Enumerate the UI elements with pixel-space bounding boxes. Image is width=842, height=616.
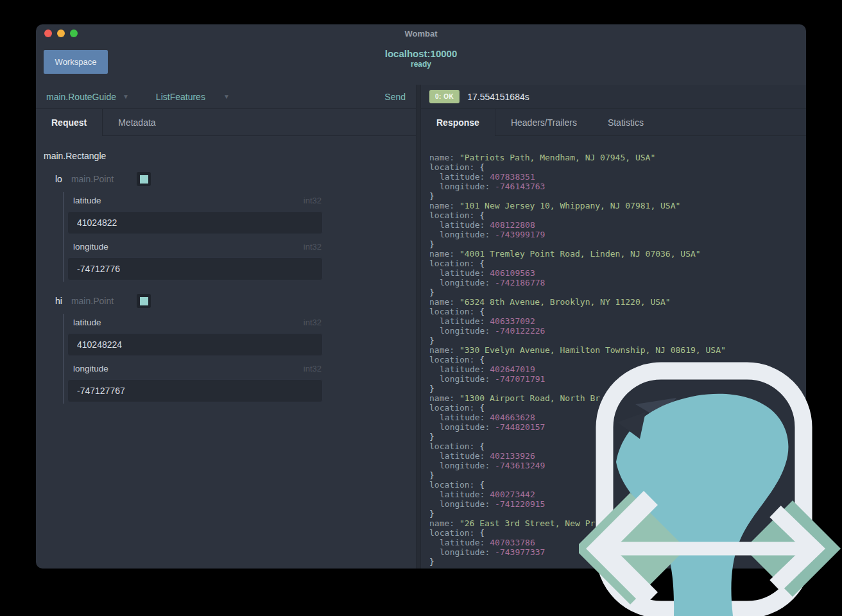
response-line: location: { [429, 441, 806, 451]
response-line: name: "1300 Airport Road, North Br [429, 393, 806, 403]
response-line: longitude: -740122226 [429, 326, 806, 336]
request-actionbar: main.RouteGuide ▼ ListFeatures ▼ Send [36, 85, 416, 109]
response-line: location: { [429, 355, 806, 364]
response-line: longitude: -741220915 [429, 499, 806, 509]
response-line: longitude: -743977337 [429, 547, 806, 557]
service-selector-label: main.RouteGuide [46, 92, 116, 102]
latitude-input[interactable] [67, 211, 323, 234]
response-line: } [429, 384, 806, 393]
duration-label: 17.554151684s [467, 92, 529, 102]
field-head: lo main.Point [55, 172, 416, 186]
response-line: location: { [429, 307, 806, 316]
tab-metadata[interactable]: Metadata [103, 109, 171, 135]
chevron-down-icon: ▼ [223, 93, 230, 100]
response-line: location: { [429, 259, 806, 268]
service-selector[interactable]: main.RouteGuide ▼ [46, 92, 129, 102]
response-line: longitude: -746143763 [429, 182, 806, 191]
response-line: location: { [429, 210, 806, 220]
method-selector-label: ListFeatures [156, 92, 205, 102]
field-enable-checkbox[interactable] [137, 294, 151, 308]
response-line: longitude: -744820157 [429, 422, 806, 432]
field-label-row: longitude int32 [67, 242, 323, 252]
nested-fields: latitude int32 longitude int32 [63, 314, 416, 404]
response-line: name: "Patriots Path, Mendham, NJ 07945,… [429, 153, 806, 162]
server-address: localhost:10000 [36, 48, 806, 59]
field-label-row: latitude int32 [67, 196, 323, 205]
field-type: main.Point [71, 174, 114, 184]
field-head: hi main.Point [55, 294, 416, 308]
message-type-label: main.Rectangle [44, 151, 416, 161]
field-block-hi: hi main.Point latitude int32 longitude i… [44, 294, 416, 404]
titlebar: Wombat [36, 24, 806, 42]
field-type: main.Point [71, 296, 114, 306]
response-line: latitude: 407838351 [429, 172, 806, 182]
response-line: name: "101 New Jersey 10, Whippany, NJ 0… [429, 201, 806, 210]
response-line: latitude: 408122808 [429, 220, 806, 230]
field-label: longitude [73, 242, 108, 252]
panel-divider[interactable] [416, 85, 421, 569]
response-line: } [429, 336, 806, 345]
connection-state: ready [36, 60, 806, 69]
status-badge: 0: OK [429, 90, 460, 103]
checkbox-check-icon [140, 175, 148, 184]
response-statusbar: 0: OK 17.554151684s [421, 85, 806, 109]
response-line: name: "4001 Tremley Point Road, Linden, … [429, 249, 806, 259]
field-type-hint: int32 [304, 242, 322, 252]
response-line: location: { [429, 528, 806, 538]
response-line: latitude: 402133926 [429, 451, 806, 461]
request-form: main.Rectangle lo main.Point latitude in… [36, 136, 416, 569]
field-block-lo: lo main.Point latitude int32 longitude i… [44, 172, 416, 282]
tab-response[interactable]: Response [421, 109, 495, 136]
checkbox-check-icon [140, 297, 148, 305]
field-name: hi [55, 296, 62, 306]
response-line: } [429, 509, 806, 518]
tab-request[interactable]: Request [36, 109, 103, 136]
response-line: latitude: 407033786 [429, 538, 806, 547]
field-label: latitude [73, 318, 101, 327]
tab-statistics[interactable]: Statistics [592, 109, 659, 135]
response-line: latitude: 404663628 [429, 413, 806, 422]
response-line: name: "26 East 3rd Street, New Pr [429, 518, 806, 528]
app-window: Wombat Workspace localhost:10000 ready m… [36, 24, 806, 569]
latitude-input[interactable] [67, 333, 323, 356]
response-line: location: { [429, 403, 806, 413]
window-title: Wombat [36, 24, 806, 42]
response-line: name: "6324 8th Avenue, Brooklyn, NY 112… [429, 297, 806, 307]
longitude-input[interactable] [67, 257, 323, 280]
field-label: longitude [73, 364, 108, 373]
response-line: longitude: -743613249 [429, 461, 806, 470]
field-name: lo [55, 174, 62, 184]
response-line: } [429, 239, 806, 249]
longitude-input[interactable] [67, 379, 323, 402]
connection-status: localhost:10000 ready [36, 48, 806, 69]
response-line: } [429, 191, 806, 201]
header: Workspace localhost:10000 ready [36, 42, 806, 85]
response-line: latitude: 400273442 [429, 490, 806, 499]
field-type-hint: int32 [304, 364, 322, 373]
response-line: longitude: -742186778 [429, 278, 806, 287]
request-panel: main.RouteGuide ▼ ListFeatures ▼ Send Re… [36, 85, 416, 569]
response-line: } [429, 432, 806, 441]
response-line: } [429, 557, 806, 567]
send-button[interactable]: Send [384, 92, 406, 102]
response-line: longitude: -747071791 [429, 374, 806, 384]
response-line: location: { [429, 480, 806, 490]
response-line: latitude: 402647019 [429, 364, 806, 374]
method-selector[interactable]: ListFeatures ▼ [156, 92, 230, 102]
chevron-down-icon: ▼ [123, 93, 129, 100]
response-line: } [429, 470, 806, 480]
main-split: main.RouteGuide ▼ ListFeatures ▼ Send Re… [36, 85, 806, 569]
response-line: latitude: 406337092 [429, 316, 806, 326]
field-label-row: latitude int32 [67, 318, 323, 327]
field-label-row: longitude int32 [67, 364, 323, 373]
response-line: name: "330 Evelyn Avenue, Hamilton Towns… [429, 345, 806, 355]
response-line: longitude: -743999179 [429, 230, 806, 239]
response-panel: 0: OK 17.554151684s Response Headers/Tra… [421, 85, 806, 569]
request-tabbar: Request Metadata [36, 109, 416, 136]
field-label: latitude [73, 196, 101, 205]
response-body[interactable]: name: "Patriots Path, Mendham, NJ 07945,… [421, 136, 806, 569]
response-line: } [429, 287, 806, 297]
field-enable-checkbox[interactable] [137, 172, 151, 186]
response-line: location: { [429, 162, 806, 172]
tab-headers-trailers[interactable]: Headers/Trailers [495, 109, 592, 135]
